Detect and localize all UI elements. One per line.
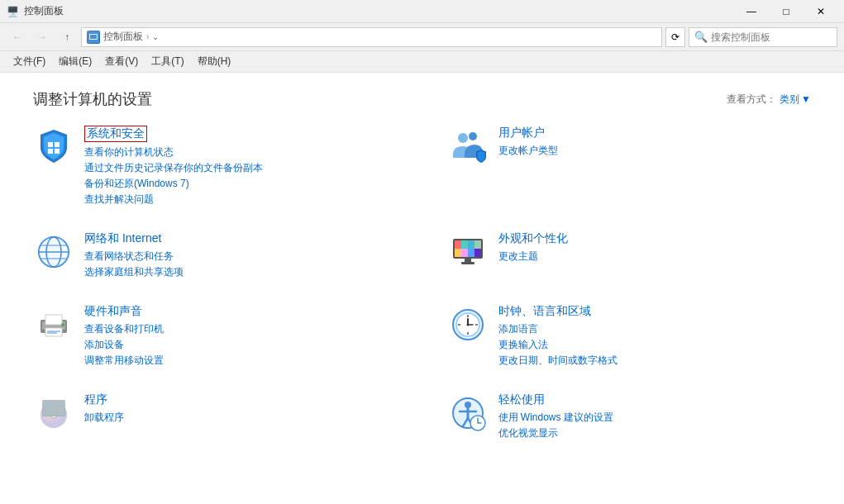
svg-rect-31 bbox=[45, 328, 62, 336]
system-security-link-0[interactable]: 查看你的计算机状态 bbox=[84, 145, 398, 159]
icon-user-accounts bbox=[447, 126, 489, 167]
forward-button[interactable]: → bbox=[31, 26, 53, 48]
network-internet-links: 查看网络状态和任务 选择家庭组和共享选项 bbox=[84, 250, 398, 279]
view-mode-value[interactable]: 类别 ▼ bbox=[780, 93, 811, 107]
menu-file[interactable]: 文件(F) bbox=[7, 52, 52, 71]
category-hardware-sound-content: 硬件和声音 查看设备和打印机 添加设备 调整常用移动设置 bbox=[84, 304, 398, 368]
svg-rect-30 bbox=[45, 315, 62, 325]
menu-edit[interactable]: 编辑(E) bbox=[52, 52, 98, 71]
menu-view[interactable]: 查看(V) bbox=[98, 52, 145, 71]
system-security-title[interactable]: 系统和安全 bbox=[84, 126, 147, 142]
icon-network-internet bbox=[33, 231, 74, 273]
title-bar-left: 🖥️ 控制面板 bbox=[7, 4, 64, 18]
svg-rect-2 bbox=[90, 35, 97, 39]
maximize-button[interactable]: □ bbox=[770, 2, 803, 21]
svg-rect-22 bbox=[455, 249, 461, 257]
title-bar-icon: 🖥️ bbox=[7, 6, 19, 17]
svg-rect-4 bbox=[55, 142, 60, 147]
svg-point-7 bbox=[458, 133, 468, 143]
category-system-security-content: 系统和安全 查看你的计算机状态 通过文件历史记录保存你的文件备份副本 备份和还原… bbox=[84, 126, 398, 207]
ease-access-links: 使用 Windows 建议的设置 优化视觉显示 bbox=[498, 411, 812, 440]
address-icon bbox=[87, 31, 100, 44]
ease-access-title[interactable]: 轻松使用 bbox=[498, 392, 545, 407]
svg-rect-19 bbox=[461, 240, 468, 249]
icon-ease-access bbox=[447, 392, 489, 434]
category-clock-language: 时钟、语言和区域 添加语言 更换输入法 更改日期、时间或数字格式 bbox=[447, 304, 812, 368]
up-button[interactable]: ↑ bbox=[56, 26, 78, 48]
system-security-link-1[interactable]: 通过文件历史记录保存你的文件备份副本 bbox=[84, 161, 398, 175]
back-button[interactable]: ← bbox=[7, 26, 28, 48]
svg-point-34 bbox=[61, 323, 64, 326]
category-hardware-sound: 硬件和声音 查看设备和打印机 添加设备 调整常用移动设置 bbox=[33, 304, 398, 368]
hardware-sound-link-0[interactable]: 查看设备和打印机 bbox=[84, 322, 398, 336]
svg-point-8 bbox=[469, 132, 477, 140]
search-box[interactable]: 🔍 bbox=[689, 27, 837, 47]
view-mode: 查看方式： 类别 ▼ bbox=[727, 93, 811, 107]
icon-hardware-sound bbox=[33, 304, 74, 345]
hardware-sound-link-2[interactable]: 调整常用移动设置 bbox=[84, 354, 398, 368]
icon-clock-language bbox=[447, 304, 489, 345]
title-bar-controls: — □ ✕ bbox=[735, 2, 837, 21]
svg-rect-18 bbox=[455, 240, 461, 249]
category-appearance: 外观和个性化 更改主题 bbox=[447, 231, 812, 279]
close-button[interactable]: ✕ bbox=[804, 2, 837, 21]
category-programs-content: 程序 卸载程序 bbox=[84, 392, 398, 425]
icon-appearance bbox=[447, 231, 489, 273]
svg-rect-20 bbox=[468, 240, 474, 249]
clock-language-link-1[interactable]: 更换输入法 bbox=[498, 338, 812, 352]
view-mode-chevron-icon: ▼ bbox=[801, 93, 811, 105]
system-security-link-3[interactable]: 查找并解决问题 bbox=[84, 193, 398, 207]
hardware-sound-links: 查看设备和打印机 添加设备 调整常用移动设置 bbox=[84, 322, 398, 368]
category-clock-language-content: 时钟、语言和区域 添加语言 更换输入法 更改日期、时间或数字格式 bbox=[498, 304, 812, 368]
icon-system-security bbox=[33, 126, 74, 167]
hardware-sound-link-1[interactable]: 添加设备 bbox=[84, 338, 398, 352]
programs-title[interactable]: 程序 bbox=[84, 392, 107, 407]
clock-language-link-0[interactable]: 添加语言 bbox=[498, 322, 812, 336]
address-separator: › bbox=[146, 32, 149, 41]
network-internet-title[interactable]: 网络和 Internet bbox=[84, 231, 161, 246]
search-input[interactable] bbox=[711, 31, 835, 43]
network-internet-link-0[interactable]: 查看网络状态和任务 bbox=[84, 250, 398, 264]
category-user-accounts: 用户帐户 更改帐户类型 bbox=[447, 126, 812, 207]
address-path: 控制面板 bbox=[103, 30, 143, 44]
svg-rect-25 bbox=[474, 249, 481, 257]
hardware-sound-title[interactable]: 硬件和声音 bbox=[84, 304, 142, 319]
category-ease-access-content: 轻松使用 使用 Windows 建议的设置 优化视觉显示 bbox=[498, 392, 812, 440]
svg-rect-26 bbox=[465, 259, 471, 262]
appearance-title[interactable]: 外观和个性化 bbox=[498, 231, 568, 246]
network-internet-link-1[interactable]: 选择家庭组和共享选项 bbox=[84, 265, 398, 279]
title-bar-title: 控制面板 bbox=[24, 4, 64, 18]
appearance-links: 更改主题 bbox=[498, 250, 812, 264]
view-mode-label: 查看方式： bbox=[727, 93, 776, 107]
svg-rect-27 bbox=[461, 262, 474, 264]
main-content: 调整计算机的设置 查看方式： 类别 ▼ bbox=[0, 73, 844, 504]
programs-link-0[interactable]: 卸载程序 bbox=[84, 411, 398, 425]
menu-tools[interactable]: 工具(T) bbox=[145, 52, 190, 71]
menu-help[interactable]: 帮助(H) bbox=[191, 52, 238, 71]
page-title: 调整计算机的设置 bbox=[33, 89, 152, 109]
header-row: 调整计算机的设置 查看方式： 类别 ▼ bbox=[33, 89, 811, 109]
clock-language-links: 添加语言 更换输入法 更改日期、时间或数字格式 bbox=[498, 322, 812, 368]
svg-rect-3 bbox=[48, 142, 53, 147]
address-bar[interactable]: 控制面板 › ⌄ bbox=[81, 27, 662, 47]
system-security-links: 查看你的计算机状态 通过文件历史记录保存你的文件备份副本 备份和还原(Windo… bbox=[84, 145, 398, 207]
nav-bar: ← → ↑ 控制面板 › ⌄ ⟳ 🔍 bbox=[0, 23, 844, 51]
appearance-link-0[interactable]: 更改主题 bbox=[498, 250, 812, 264]
menu-bar: 文件(F) 编辑(E) 查看(V) 工具(T) 帮助(H) bbox=[0, 51, 844, 73]
clock-language-title[interactable]: 时钟、语言和区域 bbox=[498, 304, 591, 319]
user-accounts-links: 更改帐户类型 bbox=[498, 144, 812, 158]
address-arrow: ⌄ bbox=[152, 32, 159, 41]
minimize-button[interactable]: — bbox=[735, 2, 768, 21]
ease-access-link-1[interactable]: 优化视觉显示 bbox=[498, 426, 812, 440]
category-user-accounts-content: 用户帐户 更改帐户类型 bbox=[498, 126, 812, 158]
refresh-button[interactable]: ⟳ bbox=[665, 27, 685, 47]
svg-rect-50 bbox=[43, 401, 64, 416]
category-network-internet: 网络和 Internet 查看网络状态和任务 选择家庭组和共享选项 bbox=[33, 231, 398, 279]
user-accounts-title[interactable]: 用户帐户 bbox=[498, 126, 545, 140]
icon-programs bbox=[33, 392, 74, 434]
category-programs: 程序 卸载程序 bbox=[33, 392, 398, 440]
system-security-link-2[interactable]: 备份和还原(Windows 7) bbox=[84, 177, 398, 191]
user-accounts-link-0[interactable]: 更改帐户类型 bbox=[498, 144, 812, 158]
clock-language-link-2[interactable]: 更改日期、时间或数字格式 bbox=[498, 354, 812, 368]
ease-access-link-0[interactable]: 使用 Windows 建议的设置 bbox=[498, 411, 812, 425]
